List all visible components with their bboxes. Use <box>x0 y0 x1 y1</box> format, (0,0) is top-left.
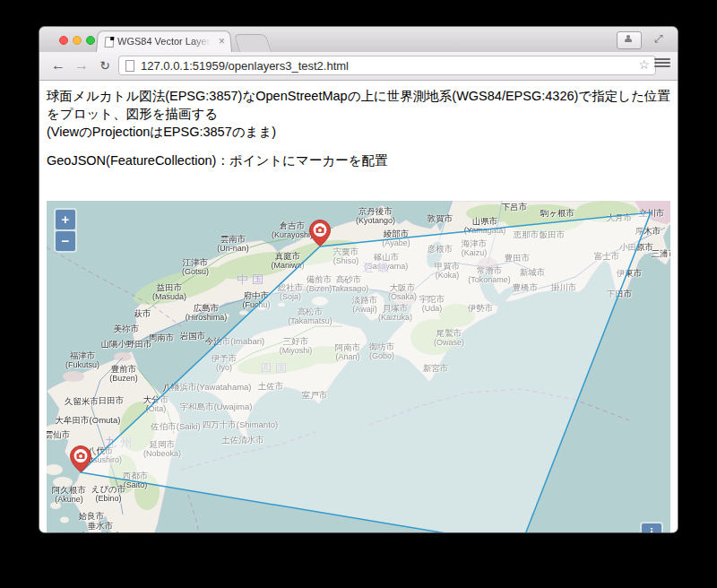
fullscreen-icon[interactable]: ⤢ <box>654 33 665 44</box>
back-button[interactable]: ← <box>48 56 68 75</box>
page-content: 球面メルカトル図法(EPSG:3857)なOpenStreetMapの上に世界測… <box>39 81 678 532</box>
zoom-control: + − <box>54 208 77 253</box>
close-button[interactable] <box>59 36 68 45</box>
geojson-text: GeoJSON(FeatureCollection)：ポイントにマーカーを配置 <box>47 151 670 169</box>
attribution-control: i <box>640 522 663 532</box>
browser-tab[interactable]: WGS84 Vector Layer on OS × <box>96 30 232 53</box>
titlebar: WGS84 Vector Layer on OS × ⤢ <box>39 27 678 53</box>
intro-line1: 球面メルカトル図法(EPSG:3857)なOpenStreetMapの上に世界測… <box>47 89 670 121</box>
address-bar[interactable]: 127.0.0.1:51959/openlayers3_test2.html ☆ <box>118 56 656 75</box>
zoom-out-button[interactable]: − <box>56 231 75 251</box>
browser-window: WGS84 Vector Layer on OS × ⤢ ← → ↻ 127.0… <box>39 27 678 532</box>
url-text[interactable]: 127.0.0.1:51959/openlayers3_test2.html <box>141 59 349 73</box>
intro-text: 球面メルカトル図法(EPSG:3857)なOpenStreetMapの上に世界測… <box>47 87 670 141</box>
page-icon <box>104 37 114 48</box>
browser-toolbar: ← → ↻ 127.0.0.1:51959/openlayers3_test2.… <box>39 52 678 81</box>
camera-marker[interactable] <box>309 220 331 246</box>
reload-button[interactable]: ↻ <box>95 56 115 75</box>
new-tab-button[interactable] <box>234 34 272 53</box>
tab-title: WGS84 Vector Layer on OS <box>117 36 212 48</box>
forward-button[interactable]: → <box>72 56 91 75</box>
profile-button[interactable] <box>617 31 642 49</box>
intro-line2: (ViewのProjectionはEPSG:3857のまま) <box>47 125 276 139</box>
page-icon <box>125 60 134 72</box>
menu-icon[interactable] <box>654 58 670 71</box>
person-icon <box>625 35 632 42</box>
minimize-button[interactable] <box>73 36 82 45</box>
zoom-window-button[interactable] <box>86 36 95 45</box>
openlayers-map[interactable]: 倉吉市(Kurayoshi)京丹後市(Kyotango)真庭市(Maniwa)宍… <box>47 201 670 532</box>
camera-marker[interactable] <box>70 445 91 472</box>
zoom-in-button[interactable]: + <box>56 210 75 229</box>
bookmark-star-icon[interactable]: ☆ <box>638 57 650 72</box>
tab-close-icon[interactable]: × <box>218 35 225 48</box>
map-tiles <box>47 201 670 532</box>
attribution-info-button[interactable]: i <box>642 523 661 532</box>
